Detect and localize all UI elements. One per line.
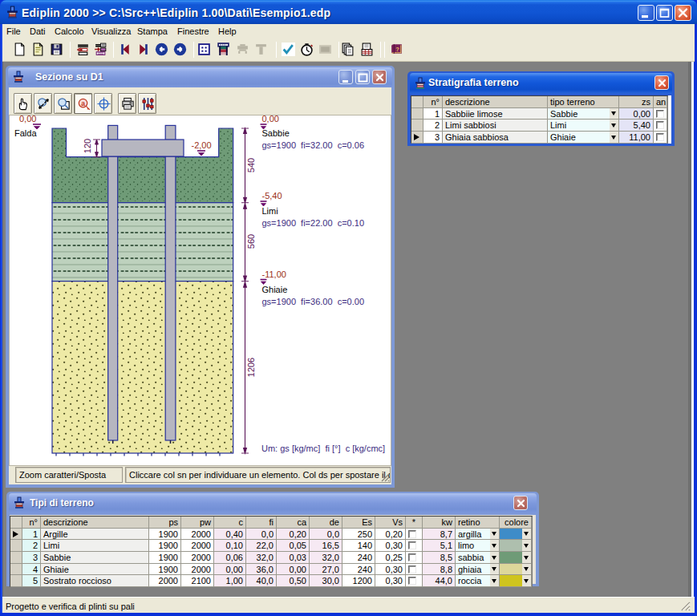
svg-text:Sabbie: Sabbie bbox=[262, 128, 290, 138]
svg-text:-5,40: -5,40 bbox=[262, 191, 282, 201]
svg-text:gs=1900 fi=36.00 c=0.00: gs=1900 fi=36.00 c=0.00 bbox=[262, 297, 365, 306]
svg-text:a: a bbox=[81, 99, 85, 107]
svg-text:-2,00: -2,00 bbox=[192, 140, 212, 150]
svg-text:Limi: Limi bbox=[262, 206, 278, 216]
svg-text:0,00: 0,00 bbox=[19, 116, 36, 124]
svg-text:Ghiaie: Ghiaie bbox=[262, 285, 288, 294]
svg-text:560: 560 bbox=[246, 234, 256, 249]
svg-text:540: 540 bbox=[246, 158, 256, 172]
svg-text:0,00: 0,00 bbox=[262, 116, 279, 124]
svg-text:120: 120 bbox=[83, 139, 92, 153]
svg-text:gs=1900 fi=32.00 c=0.06: gs=1900 fi=32.00 c=0.06 bbox=[262, 140, 365, 150]
svg-text:gs=1900 fi=22.00 c=0.10: gs=1900 fi=22.00 c=0.10 bbox=[262, 218, 365, 228]
svg-text:Um: gs [kg/mc] fi [°] c [kg/: Um: gs [kg/mc] fi [°] c [kg/cmc] bbox=[261, 444, 385, 453]
svg-text:Falda: Falda bbox=[14, 128, 37, 138]
svg-text:-11,00: -11,00 bbox=[262, 270, 286, 279]
svg-text:?: ? bbox=[395, 46, 399, 53]
svg-text:1206: 1206 bbox=[246, 358, 256, 377]
